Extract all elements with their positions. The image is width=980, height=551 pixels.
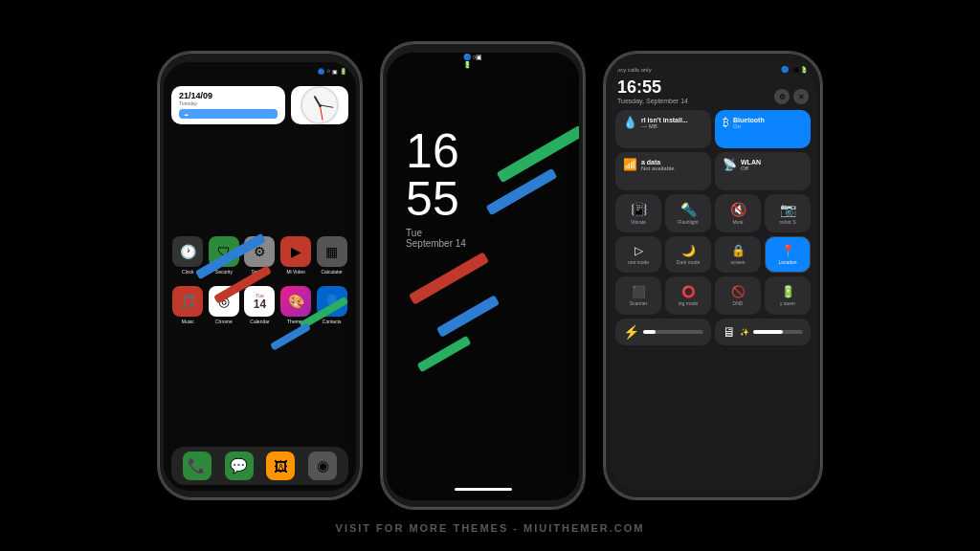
cc-saver[interactable]: 🔋 y saver [765,276,811,315]
cc-status-icons: 🔵○▣🔋 [781,66,809,74]
app-music[interactable]: 🎵 Music [171,286,205,324]
stripes-p2 [387,53,579,500]
cc-med-grid: ▷ one mode 🌙 Dark mode 🔒 screen 📍 [615,236,811,273]
widget-row: 21/14/09 Tuesday ☁ [164,81,356,128]
date-number: 21/14/09 [179,91,278,100]
dock: 📞 💬 🖼 ◉ [171,447,348,485]
cc-header: ncy calls only 🔵○▣🔋 [615,66,811,74]
cc-settings-icon[interactable]: ⚙ [774,89,790,104]
dock-gallery[interactable]: 🖼 [266,452,295,480]
lock-time: 16 55 Tue September 14 [406,127,560,249]
app-grid-row1: 🕐 Clock 🛡 Security ⚙ Settings ▶ Mi Video [164,233,356,277]
dock-browser[interactable]: ◉ [308,452,337,480]
day-name: Tuesday [179,100,278,106]
phone-1-screen: 🔵○▣🔋 21/14/09 Tuesday ☁ [164,62,356,491]
phones-container: 🔵○▣🔋 21/14/09 Tuesday ☁ [0,0,980,551]
phone-3: ncy calls only 🔵○▣🔋 16:55 Tuesday, Septe… [603,51,823,500]
lock-hours: 16 [406,127,560,175]
dock-messages[interactable]: 💬 [225,452,254,480]
cc-tile-data[interactable]: 💧 rl isn't install... — MB [615,110,711,148]
cc-brightness[interactable]: ⚡ [615,319,711,345]
cc-scanner[interactable]: ⬛ Scanner [615,276,661,315]
cc-small-grid: 📳 Vibrate 🔦 Flashlight 🔇 Mute 📷 [615,194,811,232]
cc-screen[interactable]: 🔒 screen [715,236,761,273]
lock-date: Tue September 14 [406,228,560,249]
home-indicator [455,488,512,491]
cc-date: Tuesday, September 14 [617,98,688,104]
cc-recording[interactable]: ⭕ ing mode [665,276,711,315]
cc-time: 16:55 [617,77,688,98]
lock-minutes: 55 [406,175,560,223]
cc-darkmode[interactable]: 🌙 Dark mode [665,236,711,273]
cc-onemode[interactable]: ▷ one mode [615,236,661,273]
cc-bot-row: ⬛ Scanner ⭕ ing mode 🚫 DND 🔋 [615,276,811,315]
cc-dnd[interactable]: 🚫 DND [715,276,761,315]
widget-date: 21/14/09 Tuesday ☁ [171,86,285,124]
cc-screenshot[interactable]: 📷 nshot S [765,194,811,232]
status-bar-2: 🔵○▣🔋 [474,53,493,70]
status-icons-1: 🔵○▣🔋 [318,68,346,75]
app-security[interactable]: 🛡 Security [208,236,241,275]
app-clock[interactable]: 🕐 Clock [171,236,205,275]
cc-close-icon[interactable]: ✕ [793,89,809,104]
app-grid-row2: 🎵 Music ◎ Chrome Tue 14 Calendar [164,283,356,327]
clock-face [301,86,339,124]
phone-2: 🔵○▣🔋 16 55 Tue Septem [380,41,586,510]
app-themes[interactable]: 🎨 Themes [279,286,313,324]
cc-tile-bluetooth[interactable]: ₿ Bluetooth On [715,110,811,148]
watermark: VISIT FOR MORE THEMES - MIUITHEMER.COM [336,522,645,534]
status-bar-1: 🔵○▣🔋 [164,62,356,79]
dock-phone[interactable]: 📞 [183,452,212,480]
cc-mute[interactable]: 🔇 Mute [715,194,761,232]
phone-2-screen: 🔵○▣🔋 16 55 Tue Septem [387,53,579,500]
app-calculator[interactable]: ▦ Calculator [315,236,348,275]
cc-vibrate[interactable]: 📳 Vibrate [615,194,661,232]
status-icons-2: 🔵○▣🔋 [463,54,482,69]
phone-3-screen: ncy calls only 🔵○▣🔋 16:55 Tuesday, Septe… [610,62,816,491]
cc-tile-mobile[interactable]: 📶 a data Not available [615,152,711,190]
phone-1: 🔵○▣🔋 21/14/09 Tuesday ☁ [157,51,363,500]
app-mivideo[interactable]: ▶ Mi Video [279,236,313,275]
cc-flashlight[interactable]: 🔦 Flashlight [665,194,711,232]
app-chrome[interactable]: ◎ Chrome [208,286,241,324]
cc-location[interactable]: 📍 Location [765,236,811,273]
app-calendar[interactable]: Tue 14 Calendar [243,286,277,324]
weather-bar: ☁ [179,109,278,119]
cc-tile-wlan[interactable]: 📡 WLAN Off [715,152,811,190]
cc-display[interactable]: 🖥 ✨ [715,319,811,345]
cc-top-grid: 💧 rl isn't install... — MB ₿ [615,110,811,190]
cc-status-text: ncy calls only [617,67,652,73]
control-center: ncy calls only 🔵○▣🔋 16:55 Tuesday, Septe… [610,62,816,349]
app-settings[interactable]: ⚙ Settings [243,236,277,275]
cc-brightness-row: ⚡ 🖥 ✨ [615,319,811,345]
app-contacts[interactable]: 👤 Contacts [315,286,348,324]
widget-clock [291,86,348,124]
